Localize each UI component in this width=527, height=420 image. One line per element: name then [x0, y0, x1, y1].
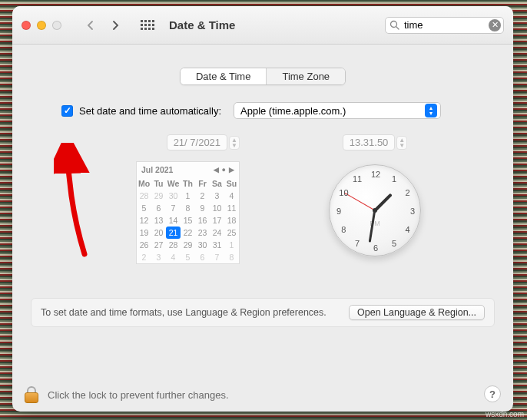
clock-number: 3 — [410, 207, 415, 216]
cal-weekday: Th — [181, 177, 195, 190]
cal-day[interactable]: 4 — [166, 251, 181, 263]
cal-day[interactable]: 26 — [137, 239, 151, 251]
tab-date-time[interactable]: Date & Time — [181, 68, 267, 84]
time-server-value: Apple (time.apple.com.) — [240, 105, 346, 117]
time-stepper[interactable]: ▲▼ — [396, 136, 407, 150]
clock-number: 11 — [353, 174, 362, 184]
combo-arrows-icon: ▴▾ — [425, 104, 437, 117]
cal-day[interactable]: 29 — [151, 190, 166, 202]
cal-day[interactable]: 16 — [195, 214, 210, 227]
tab-control: Date & Time Time Zone — [180, 68, 346, 85]
cal-day[interactable]: 2 — [195, 190, 210, 202]
titlebar: Date & Time ✕ — [12, 6, 513, 45]
watermark: wsxdn.com — [486, 410, 524, 418]
clock-number: 5 — [392, 239, 396, 248]
clock-number: 12 — [371, 170, 380, 179]
cal-day[interactable]: 9 — [195, 202, 210, 214]
time-server-combo[interactable]: Apple (time.apple.com.) ▴▾ — [234, 102, 441, 119]
calendar[interactable]: Jul 2021 ◀ ● ▶ MoTuWeThFrSaSu28293012345… — [136, 161, 240, 264]
cal-day[interactable]: 19 — [137, 227, 151, 239]
cal-next-icon[interactable]: ▶ — [229, 166, 234, 174]
cal-day[interactable]: 13 — [151, 214, 166, 227]
search-icon — [389, 20, 399, 32]
cal-today-icon[interactable]: ● — [222, 166, 226, 174]
clock-number: 7 — [355, 239, 360, 248]
cal-day[interactable]: 6 — [151, 202, 166, 214]
clock-number: 1 — [392, 174, 396, 184]
window-title: Date & Time — [169, 18, 235, 31]
time-column: 13.31.50 ▲▼ PM 121234567891011 — [286, 134, 464, 264]
cal-day[interactable]: 28 — [137, 190, 151, 202]
cal-day[interactable]: 15 — [181, 214, 195, 227]
cal-day[interactable]: 28 — [166, 239, 181, 251]
lock-icon[interactable] — [25, 386, 38, 403]
cal-day[interactable]: 24 — [210, 227, 224, 239]
clock-number: 6 — [373, 243, 378, 253]
forward-button[interactable] — [106, 16, 124, 35]
analog-clock: PM 121234567891011 — [329, 164, 421, 256]
cal-day[interactable]: 30 — [166, 190, 181, 202]
search-input[interactable] — [385, 17, 504, 34]
cal-day[interactable]: 11 — [224, 202, 239, 214]
clock-number: 2 — [406, 188, 410, 197]
svg-line-1 — [396, 26, 399, 29]
cal-day[interactable]: 30 — [195, 239, 210, 251]
lock-text: Click the lock to prevent further change… — [48, 389, 229, 401]
clear-search-button[interactable]: ✕ — [489, 19, 501, 31]
cal-prev-icon[interactable]: ◀ — [214, 166, 219, 174]
open-language-region-button[interactable]: Open Language & Region... — [349, 305, 485, 320]
cal-day[interactable]: 2 — [137, 251, 151, 263]
cal-day[interactable]: 25 — [224, 227, 239, 239]
zoom-button[interactable] — [52, 21, 61, 30]
close-button[interactable] — [22, 21, 31, 30]
cal-day[interactable]: 20 — [151, 227, 166, 239]
cal-weekday: We — [166, 177, 181, 190]
second-hand — [344, 193, 375, 211]
clock-number: 10 — [339, 188, 348, 197]
date-field[interactable]: 21/ 7/2021 — [167, 134, 227, 150]
search-field[interactable]: ✕ — [385, 17, 504, 34]
cal-day[interactable]: 7 — [166, 202, 181, 214]
cal-day[interactable]: 8 — [224, 251, 239, 263]
cal-day[interactable]: 27 — [151, 239, 166, 251]
lock-bar: Click the lock to prevent further change… — [12, 378, 513, 412]
cal-day[interactable]: 10 — [210, 202, 224, 214]
cal-day[interactable]: 4 — [224, 190, 239, 202]
calendar-month-label: Jul 2021 — [141, 165, 173, 174]
cal-day[interactable]: 1 — [181, 190, 195, 202]
date-stepper[interactable]: ▲▼ — [229, 136, 240, 150]
prefs-window: Date & Time ✕ Date & Time Time Zone ✓ Se… — [12, 6, 513, 412]
cal-day[interactable]: 12 — [137, 214, 151, 227]
content-area: Date & Time Time Zone ✓ Set date and tim… — [12, 45, 513, 378]
show-all-button[interactable] — [138, 16, 157, 35]
minimize-button[interactable] — [37, 21, 46, 30]
cal-day[interactable]: 29 — [181, 239, 195, 251]
cal-day[interactable]: 5 — [181, 251, 195, 263]
cal-day[interactable]: 8 — [181, 202, 195, 214]
cal-day[interactable]: 1 — [224, 239, 239, 251]
auto-set-checkbox[interactable]: ✓ — [61, 105, 73, 117]
window-controls — [22, 21, 61, 30]
format-note-row: To set date and time formats, use Langua… — [31, 298, 495, 327]
cal-weekday: Mo — [137, 177, 151, 190]
cal-day[interactable]: 3 — [210, 190, 224, 202]
cal-day[interactable]: 6 — [195, 251, 210, 263]
help-button[interactable]: ? — [484, 385, 501, 402]
cal-day[interactable]: 5 — [137, 202, 151, 214]
cal-day[interactable]: 23 — [195, 227, 210, 239]
cal-day[interactable]: 22 — [181, 227, 195, 239]
cal-day[interactable]: 7 — [210, 251, 224, 263]
cal-day[interactable]: 21 — [166, 227, 181, 239]
cal-weekday: Su — [224, 177, 239, 190]
cal-day[interactable]: 31 — [210, 239, 224, 251]
cal-day[interactable]: 18 — [224, 214, 239, 227]
tab-time-zone[interactable]: Time Zone — [266, 68, 345, 84]
cal-weekday: Sa — [210, 177, 224, 190]
cal-day[interactable]: 3 — [151, 251, 166, 263]
time-field[interactable]: 13.31.50 — [343, 134, 396, 150]
back-button[interactable] — [81, 16, 100, 35]
cal-day[interactable]: 14 — [166, 214, 181, 227]
cal-weekday: Fr — [195, 177, 210, 190]
clock-number: 8 — [341, 225, 346, 234]
cal-day[interactable]: 17 — [210, 214, 224, 227]
